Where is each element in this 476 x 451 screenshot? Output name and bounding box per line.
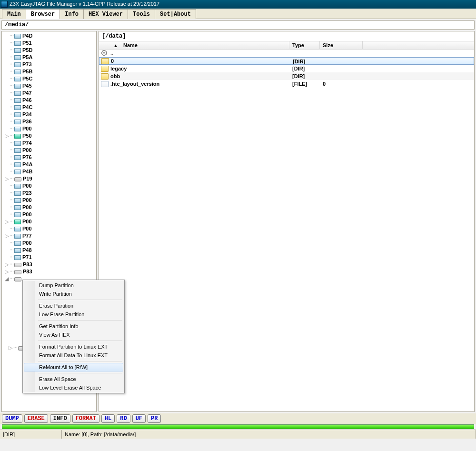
info-button[interactable]: INFO [50,414,70,423]
menu-item[interactable]: ReMount All to [R/W] [24,363,123,371]
tree-expander-icon[interactable]: ▷ [4,175,10,182]
menu-item[interactable]: Write Partition [24,290,123,298]
column-name[interactable]: ▲ Name [99,41,289,49]
drive-icon [14,177,21,181]
tree-node[interactable]: ⋯P5B [4,68,96,75]
status-type: [DIR] [0,430,62,439]
tree-node[interactable]: ⋯P74 [4,140,96,147]
tree-expander-icon[interactable]: ◢ [4,275,10,282]
file-row[interactable]: obb[DIR] [99,72,474,80]
tree-node[interactable]: ⋯P00 [4,240,96,247]
file-row[interactable]: legacy[DIR] [99,65,474,72]
path-display: /media/ [1,20,475,30]
menu-item[interactable]: Erase Partition [24,301,123,310]
chip-icon [14,198,21,203]
tree-node[interactable]: ▷⋯P83 [4,268,96,275]
tab-info[interactable]: Info [60,9,84,19]
tree-node[interactable]: ⋯P47 [4,90,96,97]
chip-icon [14,55,21,60]
tree-expander-icon[interactable]: ▷ [4,268,10,275]
tree-node-label: P83 [23,261,32,268]
tab-setabout[interactable]: Set|About [155,9,196,19]
tree-node[interactable]: ⋯P4C [4,104,96,111]
tree-node-label: P00 [22,147,32,154]
tree-node[interactable]: ⋯P00 [4,204,96,211]
tree-node-label: P00 [22,197,32,204]
tree-node[interactable]: ⋯P00 [4,225,96,232]
file-row[interactable]: .htc_layout_version[FILE]0 [99,80,474,88]
menu-item[interactable]: Format Partition to Linux EXT [24,342,123,351]
tree-node[interactable]: ▷⋯P83 [4,261,96,268]
tree-node-label: P51 [22,40,32,47]
menu-item[interactable]: Dump Partition [24,281,123,290]
chip-icon [14,91,21,96]
menu-item[interactable]: Format All Data To Linux EXT [24,351,123,360]
file-row-parent[interactable]: ⮿.. [99,50,474,57]
tree-expander-icon[interactable]: ▷ [4,132,10,140]
tree-node[interactable]: ⋯P5C [4,75,96,82]
hl-button[interactable]: HL [101,414,115,423]
menu-item[interactable]: Low Erase Partition [24,310,123,319]
tree-node[interactable]: ⋯P76 [4,154,96,161]
tree-node[interactable]: ▷⋯P00 [4,218,96,225]
format-button[interactable]: FORMAT [72,414,99,423]
tree-node[interactable]: ⋯P73 [4,61,96,68]
tab-tools[interactable]: Tools [128,9,155,19]
tree-node-label: P00 [22,125,32,132]
chip-icon [14,170,21,174]
tree-node[interactable]: ⋯P00 [4,211,96,218]
tree-node[interactable]: ▷⋯P77 [4,232,96,240]
tree-node[interactable]: ⋯P4D [4,32,96,40]
tree-expander-icon[interactable]: ▷ [8,344,13,351]
menu-separator [38,373,122,373]
tree-node[interactable]: ▷⋯P50 [4,132,96,140]
tree-node[interactable]: ⋯P45 [4,82,96,90]
tree-node-label: P36 [22,118,32,125]
tree-node[interactable]: ⋯P00 [4,197,96,204]
tree-node-label: P50 [22,132,32,140]
tree-node[interactable]: ⋯P46 [4,97,96,104]
status-path: Name: [0], Path: [/data/media/] [62,430,476,439]
tree-node[interactable]: ⋯P34 [4,111,96,118]
tree-expander-icon[interactable]: ▷ [4,218,10,225]
tree-node[interactable]: ▷⋯P19 [4,175,96,182]
tree-node[interactable]: ⋯P5D [4,47,96,54]
uf-button[interactable]: UF [132,414,146,423]
pr-button[interactable]: PR [148,414,161,423]
column-size[interactable]: Size [320,41,363,49]
tree-node-label: P48 [22,247,32,254]
tree-node[interactable]: ⋯P00 [4,182,96,190]
file-type: [DIR] [289,65,320,72]
tree-expander-icon[interactable]: ▷ [4,232,10,240]
tree-node-label: P00 [22,204,32,211]
tree-node[interactable]: ⋯P4A [4,161,96,168]
menu-item[interactable]: View As HEX [24,331,123,339]
dump-button[interactable]: DUMP [2,414,22,423]
tree-node[interactable]: ⋯P48 [4,247,96,254]
menu-item[interactable]: Erase All Space [24,375,123,383]
menu-item[interactable]: Get Partition Info [24,322,123,331]
tree-node[interactable]: ⋯P00 [4,125,96,132]
tree-node[interactable]: ⋯P51 [4,40,96,47]
tree-node[interactable]: ⋯P71 [4,254,96,261]
folder-icon [101,73,109,80]
up-folder-icon: ⮿ [101,50,109,57]
tree-node[interactable]: ⋯P5A [4,54,96,61]
tab-browser[interactable]: Browser [26,9,60,19]
tree-node[interactable]: ⋯P00 [4,147,96,154]
file-row[interactable]: 0[DIR] [99,57,474,65]
tree-node-label: P5B [22,68,32,75]
erase-button[interactable]: ERASE [24,414,48,423]
tree-node[interactable]: ⋯P23 [4,190,96,197]
tree-expander-icon[interactable]: ▷ [4,261,10,268]
menu-item[interactable]: Low Level Erase All Space [24,383,123,392]
column-type[interactable]: Type [289,41,320,49]
tab-hexviewer[interactable]: HEX Viewer [83,9,128,19]
tree-node[interactable]: ⋯P36 [4,118,96,125]
tree-node-label: P4A [22,161,32,168]
tree-node[interactable]: ⋯P4B [4,168,96,175]
chip-icon [14,220,21,224]
file-size [320,72,363,80]
rd-button[interactable]: RD [117,414,130,423]
tab-main[interactable]: Main [2,9,26,19]
